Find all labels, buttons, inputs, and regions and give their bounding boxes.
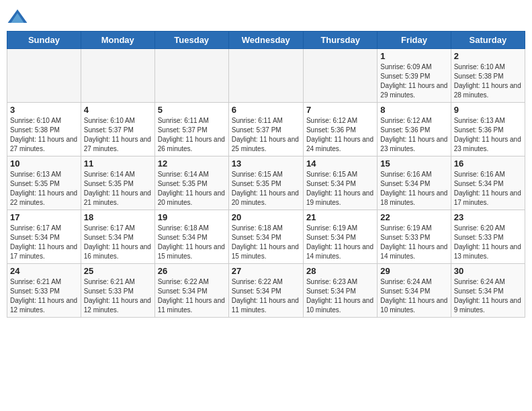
day-number: 6 bbox=[232, 105, 300, 115]
calendar-cell: 1Sunrise: 6:09 AM Sunset: 5:39 PM Daylig… bbox=[378, 49, 451, 103]
calendar-cell: 26Sunrise: 6:22 AM Sunset: 5:34 PM Dayli… bbox=[154, 264, 228, 318]
calendar-cell: 23Sunrise: 6:20 AM Sunset: 5:33 PM Dayli… bbox=[451, 210, 525, 264]
day-header-saturday: Saturday bbox=[451, 32, 525, 49]
day-number: 11 bbox=[84, 158, 152, 169]
calendar-cell: 29Sunrise: 6:24 AM Sunset: 5:34 PM Dayli… bbox=[378, 264, 451, 318]
calendar-cell: 2Sunrise: 6:10 AM Sunset: 5:38 PM Daylig… bbox=[451, 49, 525, 103]
day-number: 1 bbox=[380, 51, 447, 61]
day-info: Sunrise: 6:09 AM Sunset: 5:39 PM Dayligh… bbox=[380, 62, 447, 100]
calendar-cell: 20Sunrise: 6:18 AM Sunset: 5:34 PM Dayli… bbox=[228, 210, 303, 264]
calendar-cell: 19Sunrise: 6:18 AM Sunset: 5:34 PM Dayli… bbox=[154, 210, 228, 264]
day-info: Sunrise: 6:23 AM Sunset: 5:34 PM Dayligh… bbox=[306, 277, 374, 315]
day-number: 25 bbox=[84, 266, 152, 276]
day-info: Sunrise: 6:14 AM Sunset: 5:35 PM Dayligh… bbox=[158, 170, 226, 208]
day-number: 3 bbox=[10, 105, 78, 115]
day-header-monday: Monday bbox=[81, 32, 154, 49]
day-number: 18 bbox=[84, 212, 152, 222]
calendar-cell: 15Sunrise: 6:16 AM Sunset: 5:34 PM Dayli… bbox=[378, 156, 451, 210]
day-info: Sunrise: 6:13 AM Sunset: 5:35 PM Dayligh… bbox=[10, 170, 78, 208]
day-number: 15 bbox=[380, 158, 447, 169]
day-number: 9 bbox=[454, 105, 522, 115]
day-number: 14 bbox=[306, 158, 374, 169]
day-number: 24 bbox=[10, 266, 78, 276]
day-header-thursday: Thursday bbox=[303, 32, 377, 49]
calendar-cell: 24Sunrise: 6:21 AM Sunset: 5:33 PM Dayli… bbox=[7, 264, 81, 318]
calendar-week-3: 10Sunrise: 6:13 AM Sunset: 5:35 PM Dayli… bbox=[7, 156, 525, 210]
day-header-sunday: Sunday bbox=[7, 32, 81, 49]
calendar-cell: 14Sunrise: 6:15 AM Sunset: 5:34 PM Dayli… bbox=[303, 156, 377, 210]
day-info: Sunrise: 6:11 AM Sunset: 5:37 PM Dayligh… bbox=[232, 116, 300, 154]
day-info: Sunrise: 6:18 AM Sunset: 5:34 PM Dayligh… bbox=[232, 224, 300, 261]
day-info: Sunrise: 6:19 AM Sunset: 5:34 PM Dayligh… bbox=[306, 224, 374, 261]
calendar-cell: 4Sunrise: 6:10 AM Sunset: 5:37 PM Daylig… bbox=[81, 103, 154, 156]
calendar-cell: 12Sunrise: 6:14 AM Sunset: 5:35 PM Dayli… bbox=[154, 156, 228, 210]
calendar-cell bbox=[81, 49, 154, 103]
day-info: Sunrise: 6:15 AM Sunset: 5:35 PM Dayligh… bbox=[232, 170, 300, 208]
calendar-cell: 13Sunrise: 6:15 AM Sunset: 5:35 PM Dayli… bbox=[228, 156, 303, 210]
calendar-cell bbox=[7, 49, 81, 103]
day-info: Sunrise: 6:21 AM Sunset: 5:33 PM Dayligh… bbox=[10, 277, 78, 315]
page-header bbox=[7, 7, 525, 28]
day-info: Sunrise: 6:11 AM Sunset: 5:37 PM Dayligh… bbox=[158, 116, 226, 154]
day-header-tuesday: Tuesday bbox=[154, 32, 228, 49]
calendar-cell: 6Sunrise: 6:11 AM Sunset: 5:37 PM Daylig… bbox=[228, 103, 303, 156]
calendar-cell bbox=[154, 49, 228, 103]
day-header-friday: Friday bbox=[378, 32, 451, 49]
day-info: Sunrise: 6:15 AM Sunset: 5:34 PM Dayligh… bbox=[306, 170, 374, 208]
calendar-cell: 3Sunrise: 6:10 AM Sunset: 5:38 PM Daylig… bbox=[7, 103, 81, 156]
day-info: Sunrise: 6:10 AM Sunset: 5:37 PM Dayligh… bbox=[84, 116, 152, 154]
day-number: 21 bbox=[306, 212, 374, 222]
calendar-cell: 10Sunrise: 6:13 AM Sunset: 5:35 PM Dayli… bbox=[7, 156, 81, 210]
day-info: Sunrise: 6:24 AM Sunset: 5:34 PM Dayligh… bbox=[454, 277, 522, 315]
day-number: 26 bbox=[158, 266, 226, 276]
calendar-week-4: 17Sunrise: 6:17 AM Sunset: 5:34 PM Dayli… bbox=[7, 210, 525, 264]
logo-icon bbox=[7, 7, 28, 28]
calendar-week-5: 24Sunrise: 6:21 AM Sunset: 5:33 PM Dayli… bbox=[7, 264, 525, 318]
calendar-week-2: 3Sunrise: 6:10 AM Sunset: 5:38 PM Daylig… bbox=[7, 103, 525, 156]
calendar-cell: 5Sunrise: 6:11 AM Sunset: 5:37 PM Daylig… bbox=[154, 103, 228, 156]
day-info: Sunrise: 6:22 AM Sunset: 5:34 PM Dayligh… bbox=[158, 277, 226, 315]
day-info: Sunrise: 6:17 AM Sunset: 5:34 PM Dayligh… bbox=[84, 224, 152, 261]
day-number: 17 bbox=[10, 212, 78, 222]
day-number: 13 bbox=[232, 158, 300, 169]
day-number: 16 bbox=[454, 158, 522, 169]
day-number: 8 bbox=[380, 105, 447, 115]
day-number: 4 bbox=[84, 105, 152, 115]
calendar-cell: 28Sunrise: 6:23 AM Sunset: 5:34 PM Dayli… bbox=[303, 264, 377, 318]
logo bbox=[7, 7, 31, 28]
day-info: Sunrise: 6:12 AM Sunset: 5:36 PM Dayligh… bbox=[306, 116, 374, 154]
calendar-cell: 21Sunrise: 6:19 AM Sunset: 5:34 PM Dayli… bbox=[303, 210, 377, 264]
day-info: Sunrise: 6:22 AM Sunset: 5:34 PM Dayligh… bbox=[232, 277, 300, 315]
calendar-cell: 17Sunrise: 6:17 AM Sunset: 5:34 PM Dayli… bbox=[7, 210, 81, 264]
day-info: Sunrise: 6:10 AM Sunset: 5:38 PM Dayligh… bbox=[10, 116, 78, 154]
calendar-header: SundayMondayTuesdayWednesdayThursdayFrid… bbox=[7, 32, 525, 49]
day-headers-row: SundayMondayTuesdayWednesdayThursdayFrid… bbox=[7, 32, 525, 49]
calendar-cell bbox=[228, 49, 303, 103]
day-info: Sunrise: 6:18 AM Sunset: 5:34 PM Dayligh… bbox=[158, 224, 226, 261]
day-number: 10 bbox=[10, 158, 78, 169]
day-info: Sunrise: 6:20 AM Sunset: 5:33 PM Dayligh… bbox=[454, 224, 522, 261]
calendar-cell: 16Sunrise: 6:16 AM Sunset: 5:34 PM Dayli… bbox=[451, 156, 525, 210]
day-number: 2 bbox=[454, 51, 522, 61]
calendar-cell: 22Sunrise: 6:19 AM Sunset: 5:33 PM Dayli… bbox=[378, 210, 451, 264]
day-info: Sunrise: 6:16 AM Sunset: 5:34 PM Dayligh… bbox=[454, 170, 522, 208]
day-info: Sunrise: 6:13 AM Sunset: 5:36 PM Dayligh… bbox=[454, 116, 522, 154]
day-header-wednesday: Wednesday bbox=[228, 32, 303, 49]
day-number: 20 bbox=[232, 212, 300, 222]
day-info: Sunrise: 6:14 AM Sunset: 5:35 PM Dayligh… bbox=[84, 170, 152, 208]
calendar-cell: 30Sunrise: 6:24 AM Sunset: 5:34 PM Dayli… bbox=[451, 264, 525, 318]
calendar-body: 1Sunrise: 6:09 AM Sunset: 5:39 PM Daylig… bbox=[7, 49, 525, 318]
day-info: Sunrise: 6:12 AM Sunset: 5:36 PM Dayligh… bbox=[380, 116, 447, 154]
day-number: 23 bbox=[454, 212, 522, 222]
calendar-table: SundayMondayTuesdayWednesdayThursdayFrid… bbox=[7, 31, 525, 318]
day-info: Sunrise: 6:24 AM Sunset: 5:34 PM Dayligh… bbox=[380, 277, 447, 315]
calendar-cell: 11Sunrise: 6:14 AM Sunset: 5:35 PM Dayli… bbox=[81, 156, 154, 210]
day-info: Sunrise: 6:21 AM Sunset: 5:33 PM Dayligh… bbox=[84, 277, 152, 315]
calendar-cell: 18Sunrise: 6:17 AM Sunset: 5:34 PM Dayli… bbox=[81, 210, 154, 264]
day-number: 30 bbox=[454, 266, 522, 276]
day-number: 22 bbox=[380, 212, 447, 222]
day-info: Sunrise: 6:19 AM Sunset: 5:33 PM Dayligh… bbox=[380, 224, 447, 261]
calendar-cell: 8Sunrise: 6:12 AM Sunset: 5:36 PM Daylig… bbox=[378, 103, 451, 156]
day-number: 5 bbox=[158, 105, 226, 115]
day-number: 28 bbox=[306, 266, 374, 276]
